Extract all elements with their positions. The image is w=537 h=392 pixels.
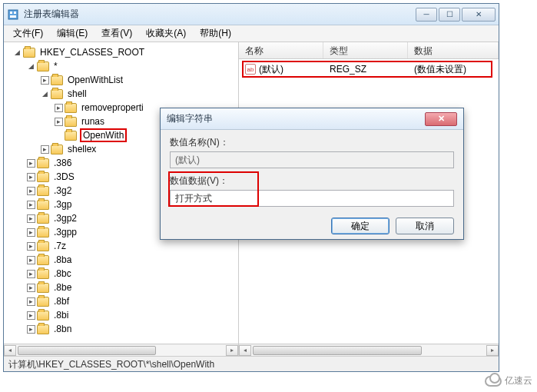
right-scrollbar[interactable]: ◂ ▸ (239, 344, 499, 356)
menu-file[interactable]: 文件(F) (7, 25, 49, 42)
expander-icon[interactable]: ▸ (41, 145, 49, 154)
expander-icon[interactable]: ▸ (27, 311, 35, 320)
tree-item-shell[interactable]: shell (66, 88, 88, 99)
watermark: 亿速云 (485, 374, 532, 387)
tree-item[interactable]: .3DS (52, 171, 76, 182)
expander-icon[interactable]: ▸ (27, 242, 35, 251)
tree-item[interactable]: .8bn (52, 324, 73, 334)
menu-edit[interactable]: 编辑(E) (51, 25, 94, 42)
folder-icon (37, 311, 49, 321)
scroll-left-button[interactable]: ◂ (4, 345, 16, 356)
close-button[interactable]: ✕ (462, 8, 496, 22)
tree-item[interactable]: shellex (66, 144, 98, 154)
expander-icon[interactable]: ◢ (41, 90, 49, 98)
watermark-text: 亿速云 (505, 374, 532, 387)
expander-icon[interactable]: ▸ (27, 284, 35, 292)
column-name[interactable]: 名称 (239, 42, 323, 58)
folder-icon (37, 283, 49, 293)
window-title: 注册表编辑器 (24, 8, 416, 21)
titlebar[interactable]: 注册表编辑器 ─ ☐ ✕ (4, 4, 499, 25)
tree-item[interactable]: .8bi (52, 310, 70, 321)
tree-item-hkcr[interactable]: HKEY_CLASSES_ROOT (38, 47, 146, 58)
scroll-left-button[interactable]: ◂ (239, 345, 251, 356)
tree-item[interactable]: removeproperti (80, 102, 145, 113)
folder-icon (37, 241, 49, 251)
expander-icon[interactable]: ▸ (27, 201, 35, 209)
expander-icon[interactable]: ▸ (27, 297, 35, 306)
expander-icon[interactable]: ▸ (55, 104, 63, 112)
expander-icon[interactable]: ◢ (27, 62, 35, 71)
menubar: 文件(F) 编辑(E) 查看(V) 收藏夹(A) 帮助(H) (4, 25, 499, 42)
list-header[interactable]: 名称 类型 数据 (239, 42, 499, 59)
scroll-right-button[interactable]: ▸ (486, 345, 499, 356)
tree-item[interactable]: .8be (52, 282, 73, 293)
statusbar: 计算机\HKEY_CLASSES_ROOT\*\shell\OpenWith (4, 356, 499, 371)
ok-button[interactable]: 确定 (331, 218, 389, 234)
expander-icon[interactable]: ▸ (27, 256, 35, 264)
dialog-buttons: 确定 取消 (161, 213, 463, 242)
expander-icon[interactable]: ▸ (41, 76, 49, 85)
minimize-button[interactable]: ─ (416, 8, 437, 22)
dialog-body: 数值名称(N)： 数值数据(V)： (161, 130, 463, 213)
folder-icon (37, 158, 49, 168)
folder-icon (65, 103, 77, 113)
expander-icon[interactable]: ▸ (27, 228, 35, 237)
tree-item[interactable]: .3g2 (52, 185, 73, 196)
folder-icon (51, 145, 63, 154)
value-data-input[interactable] (170, 190, 454, 207)
tree-item-openwith[interactable]: OpenWith (80, 128, 127, 142)
tree-item[interactable]: .7z (52, 241, 68, 251)
scroll-track[interactable] (251, 345, 486, 356)
tree-item[interactable]: .386 (52, 158, 73, 168)
dialog-close-button[interactable]: ✕ (425, 112, 457, 126)
folder-icon (37, 200, 49, 210)
maximize-button[interactable]: ☐ (439, 8, 460, 22)
folder-icon (51, 89, 63, 99)
folder-icon (51, 75, 63, 85)
tree-item[interactable]: .8bf (52, 296, 71, 307)
tree-item[interactable]: OpenWithList (66, 75, 124, 85)
scroll-track[interactable] (16, 345, 226, 356)
folder-icon (37, 61, 49, 71)
tree-item[interactable]: .8ba (52, 254, 73, 265)
cancel-button[interactable]: 取消 (396, 218, 454, 234)
expander-icon[interactable]: ▸ (27, 173, 35, 181)
left-scrollbar[interactable]: ◂ ▸ (4, 344, 238, 356)
scroll-right-button[interactable]: ▸ (226, 345, 238, 356)
folder-icon (37, 172, 49, 182)
dialog-titlebar[interactable]: 编辑字符串 ✕ (161, 108, 463, 130)
expander-icon[interactable]: ▸ (27, 270, 35, 278)
folder-icon (37, 255, 49, 265)
expander-icon[interactable]: ▸ (27, 187, 35, 195)
value-name-input[interactable] (170, 151, 454, 168)
highlight-annotation (242, 61, 492, 78)
expander-icon[interactable]: ▸ (27, 159, 35, 168)
expander-icon[interactable]: ◢ (13, 48, 22, 57)
tree-item[interactable]: .3gp2 (52, 213, 78, 224)
menu-favorites[interactable]: 收藏夹(A) (140, 25, 192, 42)
value-data-label: 数值数据(V)： (170, 174, 454, 188)
folder-icon (23, 48, 35, 58)
folder-icon (37, 297, 49, 307)
menu-help[interactable]: 帮助(H) (194, 25, 237, 42)
expander-icon[interactable]: ▸ (27, 214, 35, 223)
app-icon (7, 8, 19, 21)
expander-icon[interactable]: ▸ (55, 118, 63, 126)
tree-item[interactable]: runas (80, 116, 106, 127)
cloud-icon (485, 376, 502, 387)
expander-icon[interactable]: ▸ (27, 325, 35, 334)
svg-rect-2 (14, 12, 16, 14)
tree-item-star[interactable]: * (52, 61, 59, 71)
tree-item[interactable]: .3gp (52, 199, 73, 210)
scroll-thumb[interactable] (253, 346, 422, 355)
column-type[interactable]: 类型 (323, 42, 408, 58)
edit-string-dialog: 编辑字符串 ✕ 数值名称(N)： 数值数据(V)： 确定 取消 (160, 108, 464, 240)
folder-icon (37, 228, 49, 238)
tree-item[interactable]: .8bc (52, 268, 73, 279)
menu-view[interactable]: 查看(V) (95, 25, 138, 42)
tree-item[interactable]: .3gpp (52, 227, 78, 238)
scroll-thumb[interactable] (18, 346, 156, 355)
expander-icon[interactable] (55, 131, 63, 140)
column-data[interactable]: 数据 (408, 42, 499, 58)
folder-icon (65, 117, 77, 127)
